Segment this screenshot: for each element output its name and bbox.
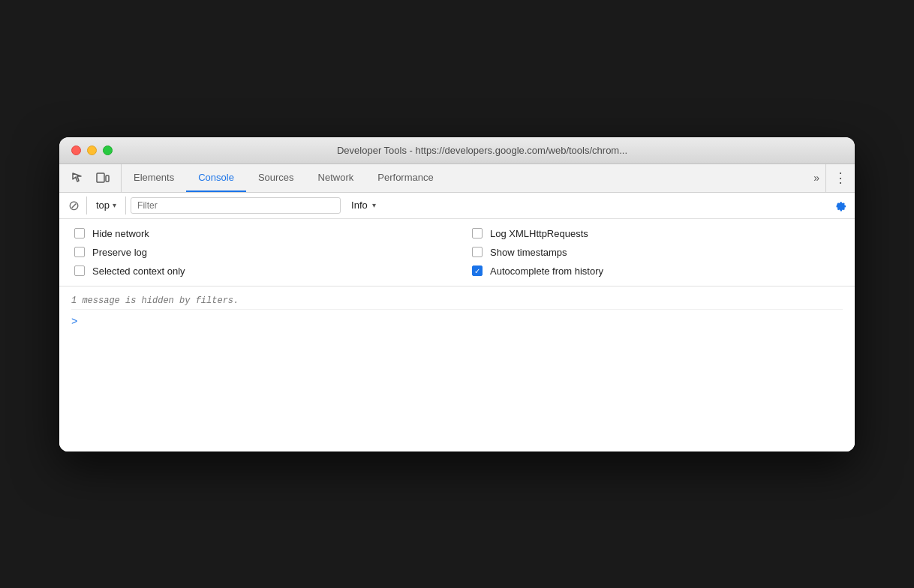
inspect-element-icon[interactable] bbox=[67, 167, 88, 188]
log-level-selector[interactable]: Info ▾ bbox=[345, 198, 382, 212]
divider-1 bbox=[86, 196, 87, 214]
option-selected-context-only: Selected context only bbox=[74, 266, 442, 277]
svg-rect-0 bbox=[97, 173, 104, 182]
traffic-lights bbox=[71, 146, 113, 155]
tab-sources[interactable]: Sources bbox=[246, 164, 306, 192]
checkbox-selected-context-only[interactable] bbox=[74, 266, 85, 276]
tab-icons bbox=[59, 164, 122, 192]
options-grid: Hide network Log XMLHttpRequests Preserv… bbox=[74, 228, 840, 277]
context-dropdown-arrow: ▾ bbox=[113, 201, 116, 209]
close-button[interactable] bbox=[71, 146, 81, 155]
device-toolbar-icon[interactable] bbox=[92, 167, 113, 188]
tab-performance[interactable]: Performance bbox=[365, 164, 445, 192]
minimize-button[interactable] bbox=[87, 146, 97, 155]
divider-2 bbox=[125, 196, 126, 214]
level-label: Info bbox=[351, 200, 368, 211]
window-title: Developer Tools - https://developers.goo… bbox=[122, 145, 843, 156]
context-selector[interactable]: top ▾ bbox=[92, 198, 121, 212]
option-autocomplete-from-history: ✓ Autocomplete from history bbox=[472, 266, 840, 277]
devtools-menu-button[interactable]: ⋮ bbox=[826, 164, 855, 192]
prompt-arrow: > bbox=[71, 316, 77, 328]
tabs-row: Elements Console Sources Network Perform… bbox=[59, 164, 855, 193]
context-label: top bbox=[96, 200, 110, 211]
level-dropdown-arrow: ▾ bbox=[372, 201, 376, 209]
tab-network[interactable]: Network bbox=[306, 164, 366, 192]
checkbox-show-timestamps[interactable] bbox=[472, 247, 483, 257]
option-log-xmlhttprequests: Log XMLHttpRequests bbox=[472, 228, 840, 239]
title-bar: Developer Tools - https://developers.goo… bbox=[59, 137, 855, 164]
tab-console[interactable]: Console bbox=[186, 164, 246, 192]
filter-input[interactable] bbox=[131, 197, 341, 214]
devtools-panel: Elements Console Sources Network Perform… bbox=[59, 164, 855, 452]
option-hide-network: Hide network bbox=[74, 228, 442, 239]
option-show-timestamps: Show timestamps bbox=[472, 247, 840, 258]
console-toolbar: ⊘ top ▾ Info ▾ bbox=[59, 193, 855, 219]
hidden-messages-notice: 1 message is hidden by filters. bbox=[71, 292, 843, 310]
clear-console-button[interactable]: ⊘ bbox=[65, 197, 82, 214]
checkbox-autocomplete-from-history[interactable]: ✓ bbox=[472, 266, 483, 276]
option-preserve-log: Preserve log bbox=[74, 247, 442, 258]
more-tabs-button[interactable]: » bbox=[807, 164, 826, 192]
options-panel: Hide network Log XMLHttpRequests Preserv… bbox=[59, 219, 855, 286]
checkbox-log-xmlhttprequests[interactable] bbox=[472, 228, 483, 238]
console-content[interactable]: 1 message is hidden by filters. > bbox=[59, 286, 855, 452]
settings-icon[interactable] bbox=[829, 196, 849, 215]
tabs-list: Elements Console Sources Network Perform… bbox=[122, 164, 807, 192]
devtools-window: Developer Tools - https://developers.goo… bbox=[59, 137, 855, 452]
console-prompt[interactable]: > bbox=[71, 310, 843, 328]
maximize-button[interactable] bbox=[103, 146, 113, 155]
checkbox-preserve-log[interactable] bbox=[74, 247, 85, 257]
tab-elements[interactable]: Elements bbox=[122, 164, 186, 192]
svg-rect-1 bbox=[106, 176, 109, 182]
checkbox-hide-network[interactable] bbox=[74, 228, 85, 238]
